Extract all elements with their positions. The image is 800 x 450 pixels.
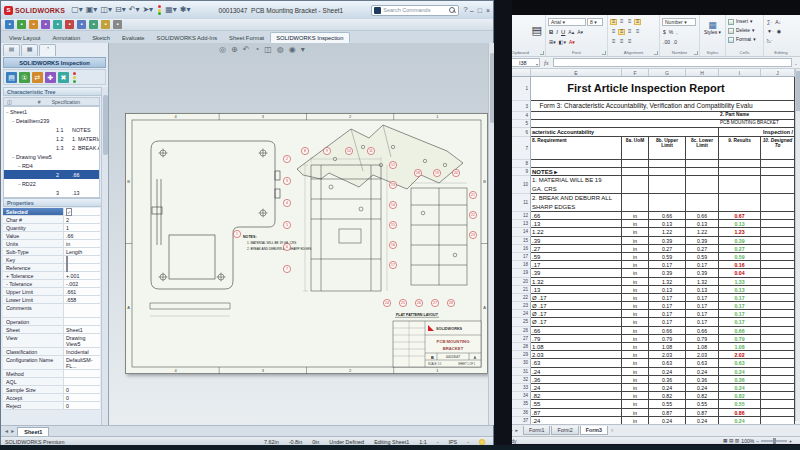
uom-cell[interactable]: in [622,417,649,424]
upper-limit-cell[interactable]: 0.59 [649,253,686,261]
upper-limit-cell[interactable]: 0.17 [649,294,686,302]
zoom-fit-icon[interactable]: ◎ [219,45,226,54]
requirement-cell[interactable]: .39 [531,237,622,245]
requirement-cell[interactable]: .66 [531,327,622,335]
property-value[interactable] [63,256,100,263]
result-cell[interactable]: 1.23 [719,228,761,236]
designed-to-cell[interactable] [761,228,795,236]
uom-cell[interactable]: in [622,384,649,392]
sheet-tab-form1[interactable]: Form1 [523,426,550,435]
upper-limit-cell[interactable]: 0.17 [649,310,686,318]
excel-vertical-scrollbar[interactable] [795,69,800,421]
property-row[interactable]: Comments [3,304,100,318]
cell[interactable] [686,176,719,194]
column-header-G[interactable]: G [649,69,686,76]
cell[interactable] [649,176,686,194]
data-row-31[interactable]: 31.24in0.240.240.24 [494,368,795,376]
property-row[interactable]: Sub-TypeLength [3,248,100,256]
uom-cell[interactable]: in [622,318,649,326]
table-icon[interactable]: ▦▾ [165,5,177,15]
designed-to-cell[interactable] [761,376,795,384]
tree-filter-icon[interactable]: ◫ [7,99,12,105]
tree-node[interactable]: −DetailItem239 [4,116,99,125]
tree-node[interactable]: −RD4 [4,161,99,170]
balloon-number-icon[interactable]: ① [19,72,30,83]
col-header-3[interactable]: 8b. Upper Limit [649,137,686,160]
uom-cell[interactable]: in [622,294,649,302]
merge-center-icon[interactable] [634,29,641,35]
lower-limit-cell[interactable]: 0.24 [686,417,719,424]
tree-node[interactable]: −Sheet1 [4,107,99,116]
search-icon[interactable] [449,7,456,14]
data-row-34[interactable]: 34.82in0.820.820.82 [494,392,795,400]
lower-limit-cell[interactable]: 0.24 [686,384,719,392]
designed-to-cell[interactable] [761,343,795,351]
search-commands-box[interactable]: Search Commands [371,5,459,16]
cell[interactable] [531,112,719,120]
sample-icon[interactable]: ▪ [65,20,74,29]
requirement-cell[interactable]: .66 [531,212,622,220]
traffic-light-icon[interactable] [71,72,77,83]
tab-evaluate[interactable]: Evaluate [116,32,151,43]
fx-icon[interactable]: fx [542,59,551,66]
designed-to-cell[interactable] [761,286,795,294]
status-help-icon[interactable] [479,439,485,445]
upper-limit-cell[interactable]: 0.66 [649,212,686,220]
tab-solidworks-add-ins[interactable]: SOLIDWORKS Add-Ins [151,32,224,43]
align-right-icon[interactable] [626,29,633,35]
characteristic-tree-header[interactable]: Characteristic Tree [3,87,106,96]
uom-cell[interactable]: in [622,220,649,228]
spreadsheet-grid[interactable]: 1First Article Inspection Report3Form 3:… [494,77,795,424]
uom-cell[interactable]: in [622,212,649,220]
data-row-30[interactable]: 30.63in0.630.630.63 [494,359,795,367]
project-doc-icon[interactable]: ▤ [6,72,17,83]
result-cell[interactable]: 2.02 [719,351,761,359]
property-value[interactable]: .66 [63,232,100,239]
result-cell[interactable]: 0.39 [719,237,761,245]
property-manager-tab-icon[interactable]: ▦ [21,44,38,56]
select-arrow-icon[interactable]: ➤▾ [142,5,153,15]
font-color-icon[interactable]: A▾ [568,39,576,45]
data-row-25[interactable]: 25Ø .17in0.170.170.17 [494,318,795,326]
data-row-17[interactable]: 17.59in0.590.590.59 [494,253,795,261]
result-cell[interactable]: 0.66 [719,327,761,335]
zoom-area-icon[interactable]: ⊕ [231,45,238,54]
zoom-slider[interactable] [761,440,787,442]
upper-limit-cell[interactable]: 0.82 [649,392,686,400]
font-size-select[interactable]: 8 ▾ [587,18,603,26]
requirement-cell[interactable]: .39 [531,269,622,277]
tree-row[interactable]: 3.13 [4,188,99,197]
uom-cell[interactable]: in [622,269,649,277]
result-cell[interactable]: 0.17 [719,318,761,326]
property-row[interactable]: ClassificationIncidental [3,348,100,356]
property-value[interactable] [63,304,100,317]
designed-to-cell[interactable] [761,351,795,359]
requirement-cell[interactable]: .17 [531,261,622,269]
result-cell[interactable]: 0.36 [719,376,761,384]
result-cell[interactable]: 1.33 [719,278,761,286]
result-cell[interactable]: 0.13 [719,220,761,228]
property-value[interactable]: ✓ [63,208,100,215]
property-row[interactable]: Reject0 [3,402,100,410]
cell[interactable] [622,160,649,168]
col-header-6[interactable]: 10. Designed To [761,137,795,160]
result-cell[interactable]: 0.24 [719,417,761,424]
requirement-cell[interactable]: .79 [531,335,622,343]
cell[interactable] [649,160,686,168]
designed-to-cell[interactable] [761,335,795,343]
requirement-cell[interactable]: .24 [531,417,622,424]
uom-cell[interactable]: in [622,335,649,343]
section-view-icon[interactable]: ◔ [254,45,259,54]
cell[interactable] [761,168,795,176]
open-project-icon[interactable]: ▪ [17,20,26,29]
sheet-nav-icons[interactable]: ◄ ► [4,428,15,434]
data-row-35[interactable]: 35.55in0.550.550.55 [494,400,795,408]
uom-cell[interactable]: in [622,253,649,261]
property-value[interactable]: 2 [63,216,100,223]
data-row-12[interactable]: 12.66in0.660.660.67 [494,212,795,220]
display-style-icon[interactable]: ◍ [277,45,284,54]
tree-row[interactable]: 1.32. BREAK AN... [4,143,99,152]
new-icon[interactable]: ▢▾ [71,5,83,15]
column-header-I[interactable]: I [719,69,761,76]
swap-icon[interactable]: ⇄ [32,72,43,83]
